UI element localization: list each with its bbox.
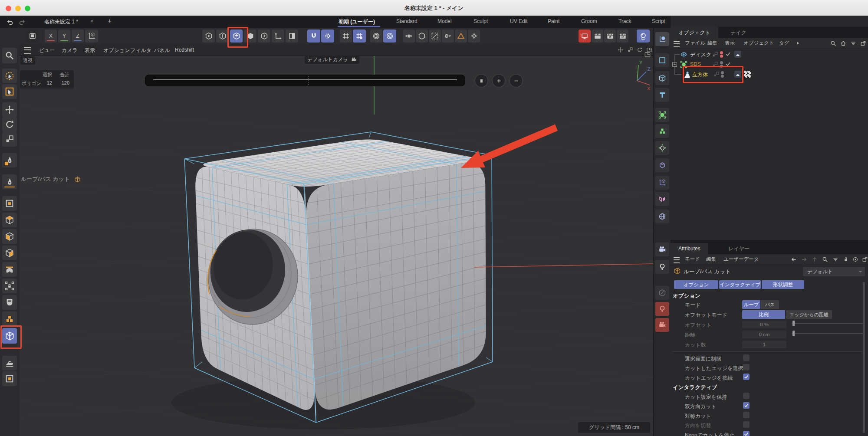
- zoom-view-icon[interactable]: [627, 47, 633, 53]
- solo-mode-button[interactable]: [2, 371, 17, 386]
- auto-mode-button[interactable]: [416, 30, 428, 43]
- play-pause-button[interactable]: [474, 74, 488, 88]
- move-tool[interactable]: [2, 102, 17, 117]
- home-icon[interactable]: [840, 40, 846, 46]
- modeling-axis-settings-button[interactable]: [383, 30, 396, 43]
- filter-icon[interactable]: [832, 256, 838, 262]
- snap-settings-button[interactable]: [321, 30, 334, 43]
- renderview-button[interactable]: [637, 30, 650, 43]
- object-name[interactable]: SDS: [690, 61, 701, 67]
- offset-slider[interactable]: [792, 321, 865, 326]
- document-tab[interactable]: 名称未設定 1 *: [44, 18, 78, 26]
- scale-tool[interactable]: [2, 132, 17, 147]
- offset-field[interactable]: 0 %: [742, 321, 786, 328]
- volume-builder-button[interactable]: [655, 124, 669, 138]
- object-row-cube[interactable]: 立方体: [671, 69, 868, 79]
- polygons-cube-tool[interactable]: [2, 246, 17, 260]
- layout-tab-uvedit[interactable]: UV Edit: [510, 18, 528, 24]
- menu-more-icon[interactable]: [796, 41, 800, 46]
- iron-tool[interactable]: [2, 356, 17, 370]
- spline-rectangle-button[interactable]: [655, 53, 669, 67]
- redo-icon[interactable]: [18, 18, 26, 26]
- distance-slider[interactable]: [792, 331, 865, 336]
- visibility-dots[interactable]: [720, 61, 723, 68]
- layout-tab-script[interactable]: Script: [652, 18, 665, 24]
- hamburger-icon[interactable]: [24, 47, 31, 54]
- redshift-light-button[interactable]: [655, 302, 669, 316]
- camera-object-button[interactable]: [655, 243, 669, 256]
- checkbox[interactable]: [743, 374, 750, 380]
- visibility-button[interactable]: [403, 30, 415, 43]
- find-tool-button[interactable]: [2, 48, 17, 63]
- checkbox[interactable]: [743, 393, 750, 399]
- target-icon[interactable]: [852, 256, 858, 262]
- cuts-field[interactable]: 1: [742, 341, 786, 348]
- tab-takes[interactable]: テイク: [723, 27, 754, 38]
- checkbox[interactable]: [743, 412, 750, 418]
- layout-tab-model[interactable]: Model: [437, 18, 452, 24]
- export-icon[interactable]: [860, 40, 866, 46]
- hamburger-icon[interactable]: [674, 257, 680, 263]
- layout-tab-default[interactable]: 初期 (ユーザー): [339, 18, 375, 26]
- live-selection-tool[interactable]: [2, 69, 17, 83]
- attr-menu-edit[interactable]: 編集: [706, 256, 716, 262]
- layer-diamond-icon[interactable]: [713, 71, 720, 78]
- render-settings-button[interactable]: [617, 30, 628, 43]
- checkbox[interactable]: [743, 421, 750, 428]
- quantize-toggle-button[interactable]: [353, 30, 366, 43]
- lock-workplane-tool[interactable]: [2, 279, 17, 293]
- layer-diamond-icon[interactable]: [712, 61, 718, 68]
- panel-splitter[interactable]: [671, 240, 868, 243]
- om-menu-tag[interactable]: タグ: [779, 40, 789, 46]
- deformer-button[interactable]: [655, 158, 669, 172]
- mode-path-button[interactable]: パス: [761, 300, 779, 309]
- generator-button[interactable]: [655, 141, 669, 155]
- projection-label[interactable]: 透視: [20, 56, 35, 65]
- offset-mode-proportional-button[interactable]: 比例: [742, 310, 785, 319]
- tab-layers[interactable]: レイヤー: [720, 243, 757, 254]
- back-arrow-icon[interactable]: [791, 256, 797, 262]
- rotate-view-icon[interactable]: [637, 47, 643, 53]
- layout-tab-sculpt[interactable]: Sculpt: [473, 18, 488, 24]
- checkbox[interactable]: [743, 431, 750, 436]
- text-object-button[interactable]: [655, 88, 669, 102]
- preset-dropdown[interactable]: デフォルト: [803, 267, 865, 276]
- bridge-tool[interactable]: [2, 262, 17, 277]
- undo-icon[interactable]: [6, 18, 14, 26]
- enabled-check-icon[interactable]: [725, 51, 731, 57]
- polygons-mode-button[interactable]: [230, 30, 243, 43]
- weld-tool[interactable]: [2, 295, 17, 310]
- om-menu-file[interactable]: ファイル: [685, 40, 705, 46]
- model-mode-button[interactable]: [244, 30, 256, 43]
- array-tool[interactable]: [2, 311, 17, 326]
- checkbox[interactable]: [743, 364, 750, 370]
- new-document-tab-button[interactable]: +: [108, 17, 112, 24]
- instance-button[interactable]: [655, 176, 669, 190]
- viewport-menu-redshift[interactable]: Redshift: [175, 47, 194, 53]
- rectangle-selection-tool[interactable]: [2, 84, 17, 99]
- mode-loop-button[interactable]: ループ: [742, 300, 760, 309]
- lock-icon[interactable]: [843, 256, 849, 262]
- subdivision-surface-button[interactable]: [655, 108, 669, 122]
- viewport-corner-widget[interactable]: [644, 51, 651, 58]
- settings-button[interactable]: [468, 30, 480, 43]
- pan-view-icon[interactable]: [618, 47, 624, 53]
- remove-keyframe-button[interactable]: [509, 74, 523, 88]
- snap-toggle-button[interactable]: [307, 30, 320, 43]
- pen-tool[interactable]: [2, 153, 17, 167]
- spline-pen-button[interactable]: [655, 32, 669, 46]
- phong-tag[interactable]: [734, 71, 741, 78]
- checkbox[interactable]: [743, 354, 750, 361]
- om-menu-edit[interactable]: 編集: [707, 40, 717, 46]
- rotate-tool[interactable]: [2, 117, 17, 132]
- viewport-menu-panel[interactable]: パネル: [154, 47, 170, 54]
- axis-z-button[interactable]: Z: [72, 30, 84, 43]
- edges-mode-button[interactable]: [216, 30, 229, 43]
- tab-attributes[interactable]: Attributes: [671, 243, 708, 254]
- modeling-axis-button[interactable]: [370, 30, 382, 43]
- render-view-button[interactable]: [592, 30, 603, 43]
- scrollbar[interactable]: [863, 282, 865, 433]
- up-arrow-icon[interactable]: [812, 256, 818, 262]
- section-tab-options[interactable]: オプション: [674, 280, 718, 289]
- om-menu-object[interactable]: オブジェクト: [743, 40, 774, 46]
